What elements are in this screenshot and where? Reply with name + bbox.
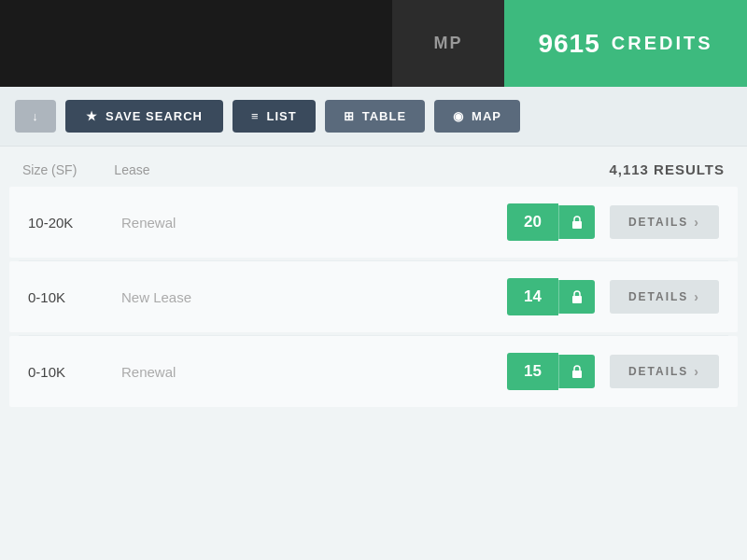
list-item: 10-20K Renewal 20 DETAILS › <box>9 187 738 258</box>
credits-area: 9615 CREDITS <box>504 0 747 87</box>
lock-icon <box>558 280 595 314</box>
save-search-button[interactable]: ★ SAVE SEARCH <box>65 100 223 133</box>
map-view-button[interactable]: ◉ MAP <box>434 100 520 133</box>
item-size: 0-10K <box>28 364 121 380</box>
details-label: DETAILS <box>628 216 688 229</box>
list-icon: ≡ <box>251 109 260 123</box>
item-lease: Renewal <box>121 364 252 380</box>
star-icon: ★ <box>86 109 98 123</box>
lock-icon <box>558 355 595 388</box>
item-size: 0-10K <box>28 289 121 305</box>
item-score: 20 <box>507 203 595 241</box>
save-search-label: SAVE SEARCH <box>106 109 203 123</box>
score-number: 15 <box>507 353 558 390</box>
lock-icon <box>558 205 595 239</box>
item-score: 14 <box>507 278 595 315</box>
item-score: 15 <box>507 353 595 390</box>
list-label: LIST <box>267 109 297 123</box>
table-icon: ⊞ <box>344 109 355 123</box>
table-view-button[interactable]: ⊞ TABLE <box>325 100 425 133</box>
header-logo-area <box>0 0 392 87</box>
download-icon: ↓ <box>32 109 39 123</box>
user-initials: MP <box>392 0 504 87</box>
chevron-right-icon: › <box>694 215 700 230</box>
details-label: DETAILS <box>628 365 688 378</box>
credits-count: 9615 <box>538 29 599 59</box>
map-icon: ◉ <box>453 109 464 123</box>
details-button[interactable]: DETAILS › <box>610 205 719 239</box>
item-size: 10-20K <box>28 215 121 231</box>
item-lease: Renewal <box>121 215 252 231</box>
map-label: MAP <box>472 109 501 123</box>
svg-rect-1 <box>572 296 582 303</box>
filter-lease: Lease <box>114 162 149 177</box>
chevron-right-icon: › <box>694 364 700 379</box>
list-view-button[interactable]: ≡ LIST <box>233 100 316 133</box>
credits-label: CREDITS <box>612 33 713 54</box>
results-filters: Size (SF) Lease <box>22 162 150 177</box>
filter-size: Size (SF) <box>22 162 77 177</box>
details-label: DETAILS <box>628 290 688 303</box>
toolbar: ↓ ★ SAVE SEARCH ≡ LIST ⊞ TABLE ◉ MAP <box>0 87 747 147</box>
svg-rect-0 <box>572 221 582 229</box>
chevron-right-icon: › <box>694 289 700 304</box>
results-info: Size (SF) Lease 4,113 RESULTS <box>0 147 747 187</box>
details-button[interactable]: DETAILS › <box>610 280 719 314</box>
list-item: 0-10K Renewal 15 DETAILS › <box>9 336 738 407</box>
item-lease: New Lease <box>121 289 252 305</box>
details-button[interactable]: DETAILS › <box>610 355 719 388</box>
results-list: 10-20K Renewal 20 DETAILS › 0-10K New Le… <box>0 187 747 407</box>
score-number: 14 <box>507 278 558 315</box>
svg-rect-2 <box>572 371 582 378</box>
header: MP 9615 CREDITS <box>0 0 747 87</box>
table-label: TABLE <box>362 109 406 123</box>
list-item: 0-10K New Lease 14 DETAILS › <box>9 261 738 332</box>
results-count: 4,113 RESULTS <box>609 161 725 177</box>
score-number: 20 <box>507 203 558 241</box>
download-button[interactable]: ↓ <box>15 100 56 133</box>
